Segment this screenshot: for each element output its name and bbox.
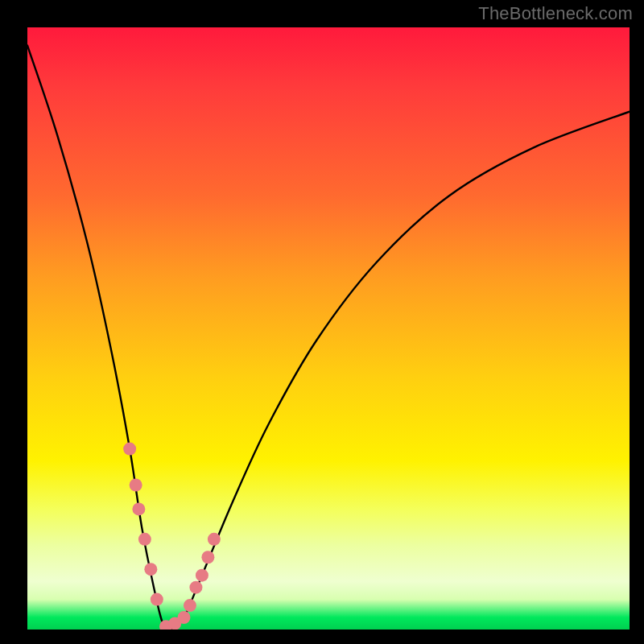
- marker-dot: [144, 563, 157, 576]
- marker-dot: [138, 533, 151, 546]
- marker-dot: [132, 502, 145, 515]
- bottleneck-curve: [27, 45, 630, 630]
- marker-dot: [177, 611, 190, 624]
- watermark-text: TheBottleneck.com: [478, 3, 633, 24]
- marker-dot: [123, 443, 136, 456]
- plot-area: [27, 27, 630, 630]
- marker-dot: [196, 569, 208, 582]
- chart-frame: TheBottleneck.com: [0, 0, 644, 644]
- marker-dot: [184, 599, 196, 612]
- marker-dot: [201, 551, 214, 564]
- curve-layer: [27, 27, 630, 630]
- marker-dot: [151, 593, 163, 606]
- marker-dot: [208, 533, 221, 546]
- marker-group: [123, 443, 221, 630]
- marker-dot: [189, 581, 202, 594]
- marker-dot: [130, 478, 142, 491]
